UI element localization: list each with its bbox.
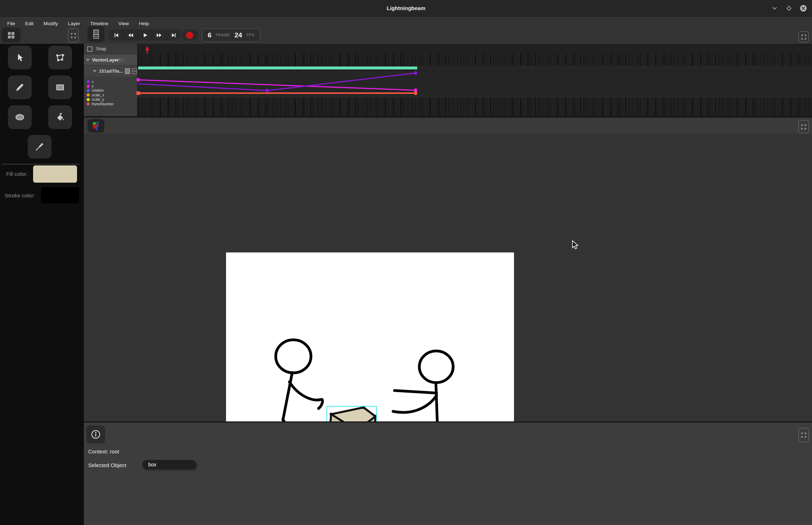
layer-suffix: [L]	[119, 58, 123, 63]
property-color-dot	[87, 102, 90, 105]
node-editor-tool-button[interactable]	[48, 46, 72, 69]
close-button[interactable]	[799, 4, 807, 12]
curve-band	[138, 66, 812, 98]
record-button[interactable]	[182, 29, 198, 41]
box-corner-accent	[330, 413, 333, 416]
rewind-button[interactable]	[123, 29, 138, 41]
property-row-x[interactable]: x	[84, 79, 137, 84]
frame-label: FRAME	[216, 33, 230, 37]
node-editor-icon	[55, 52, 66, 63]
eyedropper-icon	[34, 141, 45, 152]
fps-label: FPS	[247, 33, 254, 37]
rewind-icon	[127, 32, 134, 38]
close-icon	[799, 4, 807, 12]
layer-name: VectorLayer	[92, 57, 119, 63]
fill-color-swatch[interactable]	[33, 165, 77, 183]
layer-row-object[interactable]: 151ad70a...	[84, 66, 137, 77]
ellipse-icon	[14, 112, 25, 123]
stroke-color-label: Stroke color:	[5, 192, 35, 198]
menu-item-edit[interactable]: Edit	[20, 17, 39, 31]
frame-stripes-top	[138, 54, 812, 66]
property-row-frameNumber[interactable]: frameNumber	[84, 102, 137, 106]
skip-to-start-button[interactable]	[109, 29, 123, 41]
timeline-expand-button[interactable]	[798, 31, 809, 42]
titlebar: Lightningbeam	[0, 0, 812, 17]
frame-value[interactable]: 6	[208, 31, 212, 39]
layer-ease-button[interactable]	[132, 68, 137, 74]
selected-object-field[interactable]: box	[142, 460, 196, 469]
timeline-panel: 6 FRAME 24 FPS 0204060801001201401601802…	[84, 31, 812, 117]
property-row-scale_y[interactable]: scale_y	[84, 97, 137, 102]
snap-row: Snap	[84, 44, 137, 54]
right-figure-head	[419, 351, 453, 383]
inspector-panel: Context: root Selected Object box	[84, 421, 812, 525]
diamond-icon	[785, 5, 793, 12]
property-color-dot	[87, 89, 90, 92]
fps-value[interactable]: 24	[234, 31, 242, 39]
right-figure-limb	[394, 391, 437, 393]
canvas-expand-button[interactable]	[798, 120, 809, 133]
left-figure-limb	[289, 382, 322, 408]
vector-graphics-icon	[91, 121, 101, 131]
timeline-panel-button[interactable]	[87, 26, 104, 42]
toolbox-expand-button[interactable]	[68, 28, 78, 42]
property-color-dot	[87, 98, 90, 101]
play-icon	[142, 32, 148, 38]
timeline-tracks[interactable]	[137, 44, 812, 117]
expand-icon	[801, 34, 807, 40]
canvas-header	[84, 117, 812, 134]
ellipse-tool-button[interactable]	[8, 105, 32, 129]
sublayer-name: 151ad70a...	[99, 69, 123, 74]
property-row-y[interactable]: y	[84, 84, 137, 88]
info-panel-button[interactable]	[86, 425, 105, 443]
fast-forward-button[interactable]	[152, 29, 167, 41]
layer-toggle-button[interactable]	[125, 68, 130, 74]
tilde-icon	[133, 70, 136, 72]
skip-end-icon	[171, 32, 177, 38]
left-figure-head	[276, 340, 311, 373]
fill-color-label: Fill color:	[6, 171, 28, 177]
divider	[1, 164, 80, 165]
fast-forward-icon	[156, 32, 163, 38]
snap-checkbox[interactable]	[87, 46, 93, 52]
paint-bucket-tool-button[interactable]	[48, 105, 72, 129]
property-row-scale_x[interactable]: scale_x	[84, 93, 137, 97]
stroke-color-swatch[interactable]	[41, 187, 79, 204]
rectangle-tool-button[interactable]	[48, 76, 72, 99]
menu-item-modify[interactable]: Modify	[39, 17, 63, 31]
rectangle-icon	[55, 82, 66, 93]
inspector-expand-button[interactable]	[798, 428, 809, 442]
paint-bucket-icon	[55, 112, 66, 123]
panel-grid-button[interactable]	[1, 28, 21, 42]
property-list: xyrotationscale_xscale_yframeNumber	[84, 77, 137, 117]
canvas-panel	[84, 117, 812, 421]
record-icon	[186, 31, 194, 39]
pencil-icon	[14, 82, 25, 93]
frame-fps-display: 6 FRAME 24 FPS	[202, 28, 260, 42]
context-label: Context: root	[88, 448, 119, 455]
select-tool-button[interactable]	[8, 46, 32, 69]
mouse-cursor-icon	[571, 240, 579, 251]
eyedropper-tool-button[interactable]	[28, 135, 51, 159]
expand-icon	[801, 432, 807, 438]
collapse-triangle-icon[interactable]	[86, 59, 90, 61]
grid-icon	[7, 31, 15, 40]
film-icon	[93, 29, 100, 39]
layer-row-vectorlayer[interactable]: VectorLayer[L]	[84, 55, 137, 65]
collapse-triangle-icon[interactable]	[93, 70, 96, 72]
snap-label: Snap	[96, 46, 106, 51]
cursor-icon	[14, 52, 25, 63]
layer-list: Snap VectorLayer[L] 151ad70a... xyrotati…	[84, 44, 137, 117]
menu-item-view[interactable]: View	[113, 17, 134, 31]
menu-item-help[interactable]: Help	[134, 17, 154, 31]
property-label: frameNumber	[92, 102, 114, 106]
canvas-panel-button[interactable]	[87, 119, 104, 133]
skip-start-icon	[113, 32, 119, 38]
play-button[interactable]	[138, 29, 152, 41]
maximize-button[interactable]	[785, 4, 793, 12]
skip-to-end-button[interactable]	[167, 29, 181, 41]
minimize-button[interactable]	[771, 4, 779, 12]
content-area: 6 FRAME 24 FPS 0204060801001201401601802…	[84, 31, 812, 525]
property-row-rotation[interactable]: rotation	[84, 88, 137, 93]
pencil-tool-button[interactable]	[8, 76, 32, 99]
